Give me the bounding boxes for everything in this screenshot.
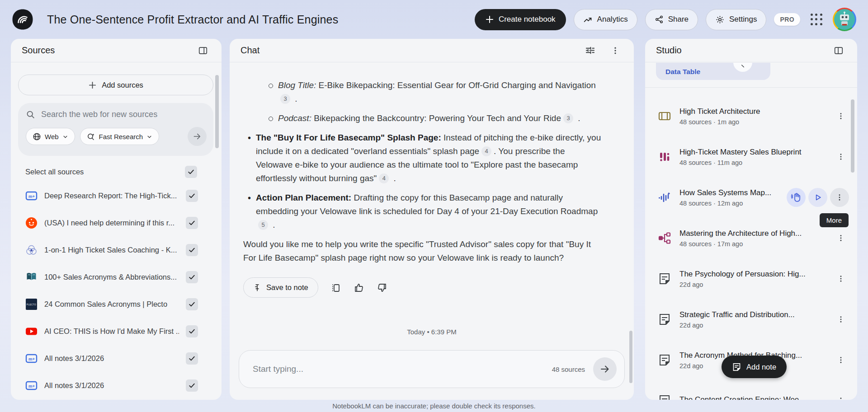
open-data-table-button[interactable]: [733, 63, 752, 72]
chat-bullet: The "Buy It For Life Basecamp" Splash Pa…: [256, 131, 601, 185]
save-to-note-button[interactable]: Save to note: [243, 277, 318, 298]
row-more-icon[interactable]: [835, 151, 846, 162]
chat-panel: Chat Blog Title: E-Bike Bikepacking: Ess…: [230, 39, 634, 400]
gear-icon: [715, 15, 725, 24]
notes-doc-icon: m+: [25, 379, 38, 392]
note-icon: [658, 313, 671, 326]
notes-doc-icon: m+: [25, 352, 38, 365]
sources-scrollbar[interactable]: [215, 75, 219, 148]
row-more-icon[interactable]: [835, 111, 846, 122]
research-mode-chip[interactable]: Fast Research: [80, 128, 160, 145]
notes-doc-icon: m+: [25, 190, 38, 202]
source-row[interactable]: m+ All notes 3/1/2026: [11, 372, 222, 399]
row-more-icon[interactable]: [835, 233, 846, 243]
plus-icon: [88, 81, 97, 89]
chat-panel-title: Chat: [241, 45, 259, 56]
citation-chip[interactable]: 4: [379, 173, 389, 183]
share-icon: [655, 15, 664, 24]
studio-row-hovered[interactable]: How Sales Systems Map... 48 sources · 12…: [645, 177, 857, 218]
chat-more-icon[interactable]: [608, 43, 623, 58]
chat-scrollbar[interactable]: [629, 331, 632, 383]
chat-sub-bullet: Blog Title: E-Bike Bikepacking: Essentia…: [278, 79, 601, 106]
studio-panel: Studio Data Table High Ticket Architectu…: [645, 39, 857, 400]
google-apps-icon[interactable]: [811, 14, 822, 25]
interactive-mode-button[interactable]: [787, 188, 806, 207]
source-checkbox[interactable]: [186, 244, 198, 256]
search-submit-button[interactable]: [188, 127, 207, 146]
venn-icon: [25, 244, 38, 256]
notebooklm-logo[interactable]: [12, 9, 33, 30]
add-sources-button[interactable]: Add sources: [18, 75, 213, 95]
row-more-icon[interactable]: [835, 273, 846, 284]
account-avatar[interactable]: [833, 8, 856, 31]
collapse-panel-icon[interactable]: [195, 43, 211, 58]
studio-panel-title: Studio: [656, 45, 682, 56]
studio-row[interactable]: The Psychology of Persuasion: Hig... 22d…: [645, 258, 857, 299]
settings-button[interactable]: Settings: [706, 9, 766, 30]
web-scope-chip[interactable]: Web: [26, 128, 75, 145]
copy-icon[interactable]: [330, 282, 341, 293]
source-checkbox[interactable]: [186, 217, 198, 229]
source-checkbox[interactable]: [186, 325, 198, 337]
sources-panel: Sources Add sources Search the web for n…: [11, 39, 222, 400]
assistant-message: Blog Title: E-Bike Bikepacking: Essentia…: [243, 79, 601, 265]
source-row[interactable]: PLECTO 24 Common Sales Acronyms | Plecto: [11, 290, 222, 318]
studio-row[interactable]: High Ticket Architecture 48 sources · 1m…: [645, 96, 857, 136]
select-all-checkbox[interactable]: [185, 166, 197, 178]
data-table-card[interactable]: Data Table: [656, 63, 770, 80]
source-row[interactable]: m+ Deep Research Report: The High-Tick..…: [11, 182, 222, 209]
analytics-button[interactable]: Analytics: [574, 9, 637, 30]
citation-chip[interactable]: 4: [481, 146, 491, 156]
hand-wave-icon: [791, 192, 802, 203]
citation-chip[interactable]: 3: [280, 94, 290, 104]
source-checkbox[interactable]: [186, 190, 198, 202]
chat-closing-question: Would you like me to help you write the …: [243, 238, 601, 265]
note-icon: [732, 362, 741, 372]
note-icon: [658, 272, 671, 286]
add-note-button[interactable]: Add note: [722, 356, 787, 378]
barchart-icon: [658, 150, 671, 164]
collapse-panel-icon[interactable]: [831, 43, 846, 58]
studio-row[interactable]: Strategic Traffic and Distribution... 22…: [645, 299, 857, 340]
create-notebook-button[interactable]: Create notebook: [475, 9, 566, 30]
citation-chip[interactable]: 3: [563, 113, 573, 123]
web-search-card: Search the web for new sources Web Fast …: [18, 103, 213, 156]
source-checkbox[interactable]: [186, 271, 198, 283]
play-button[interactable]: [808, 188, 827, 207]
studio-scrollbar[interactable]: [851, 99, 854, 173]
source-row[interactable]: 100+ Sales Acronyms & Abbreviations...: [11, 263, 222, 290]
row-more-button[interactable]: [830, 188, 849, 207]
row-more-icon[interactable]: [835, 355, 846, 365]
sources-list: m+ Deep Research Report: The High-Tick..…: [11, 182, 222, 399]
send-button[interactable]: [593, 357, 617, 381]
citation-chip[interactable]: 5: [258, 220, 268, 230]
svg-text:m+: m+: [28, 193, 35, 198]
thumb-down-icon[interactable]: [377, 282, 387, 293]
disclaimer-text: NotebookLM can be inaccurate; please dou…: [0, 402, 868, 410]
notebook-title[interactable]: The One-Sentence Profit Extractor and AI…: [47, 13, 338, 26]
app-header: The One-Sentence Profit Extractor and AI…: [0, 0, 868, 39]
book-icon: [25, 271, 38, 283]
studio-row[interactable]: The Content Creation Engine: Wee...: [645, 380, 857, 400]
row-more-icon[interactable]: [835, 314, 846, 325]
sources-panel-title: Sources: [22, 45, 55, 56]
reddit-icon: [25, 217, 38, 229]
source-row[interactable]: 1-on-1 High Ticket Sales Coaching - K...: [11, 236, 222, 263]
row-more-icon[interactable]: [835, 395, 846, 400]
source-checkbox[interactable]: [186, 379, 198, 392]
chat-settings-icon[interactable]: [582, 43, 598, 58]
source-row[interactable]: (USA) I need help determining if this r.…: [11, 209, 222, 236]
search-input[interactable]: Search the web for new sources: [41, 110, 157, 119]
share-button[interactable]: Share: [645, 9, 698, 30]
note-icon: [658, 353, 671, 367]
data-table-label: Data Table: [665, 68, 700, 76]
robot-avatar-image: [834, 9, 855, 30]
source-row[interactable]: m+ All notes 3/1/2026: [11, 345, 222, 372]
chat-input[interactable]: [253, 364, 552, 374]
source-checkbox[interactable]: [186, 352, 198, 365]
source-row[interactable]: AI CEO: THIS is How I'd Make My First ..…: [11, 318, 222, 345]
source-checkbox[interactable]: [186, 298, 198, 310]
globe-icon: [33, 132, 41, 141]
studio-row[interactable]: High-Ticket Mastery Sales Blueprint 48 s…: [645, 136, 857, 177]
thumb-up-icon[interactable]: [354, 282, 364, 293]
